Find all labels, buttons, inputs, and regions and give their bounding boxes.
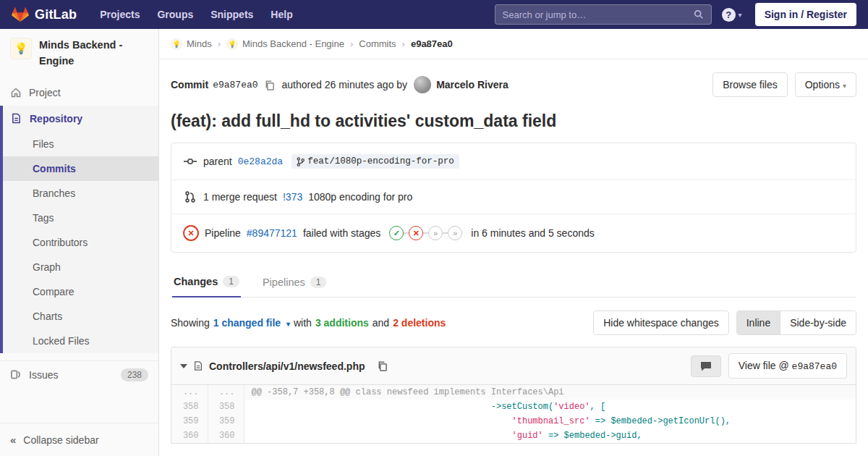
view-file-button[interactable]: View file @ e9a87ea0: [728, 353, 847, 379]
collapse-icon: «: [10, 434, 16, 446]
collapse-file-icon[interactable]: [180, 364, 187, 368]
pipeline-stage-failed-icon[interactable]: ✕: [409, 226, 423, 240]
pipeline-stages: ✓✕»»: [389, 226, 462, 240]
new-line-number[interactable]: 360: [208, 428, 244, 443]
showing-label: Showing: [171, 317, 210, 329]
breadcrumb-label: Minds: [187, 38, 212, 49]
breadcrumb-item[interactable]: 💡Minds: [171, 38, 212, 50]
copy-icon[interactable]: [264, 80, 275, 90]
file-diff-box: Controllers/api/v1/newsfeed.php View fil…: [171, 347, 856, 444]
author-avatar[interactable]: [414, 76, 431, 93]
issues-icon: [10, 369, 22, 380]
breadcrumb-item[interactable]: e9a87ea0: [411, 38, 453, 49]
nav-item-groups[interactable]: Groups: [148, 9, 202, 20]
parent-sha-link[interactable]: 0e28a2da: [238, 156, 283, 167]
collapse-sidebar-button[interactable]: « Collapse sidebar: [0, 423, 158, 456]
pipeline-duration: in 6 minutes and 5 seconds: [471, 227, 594, 239]
search-icon: [694, 9, 704, 20]
merge-request-link[interactable]: !373: [283, 191, 302, 203]
new-line-number[interactable]: ...: [208, 385, 244, 400]
file-path[interactable]: Controllers/api/v1/newsfeed.php: [209, 360, 365, 372]
new-line-number[interactable]: 359: [208, 414, 244, 428]
sidebar-item-commits[interactable]: Commits: [3, 156, 158, 181]
pipeline-stage-success-icon[interactable]: ✓: [389, 226, 404, 240]
breadcrumb-item[interactable]: 💡Minds Backend - Engine: [226, 38, 344, 50]
sidebar-repository-section: Repository FilesCommitsBranchesTagsContr…: [0, 106, 158, 353]
caret-down-icon: ▾: [843, 82, 846, 90]
diff-summary-row: Showing 1 changed file ▾ with 3 addition…: [171, 311, 856, 335]
sidebar-item-label: Issues: [29, 369, 58, 381]
commit-info-box: parent 0e28a2da feat/1080p-encoding-for-…: [171, 143, 856, 253]
breadcrumb-avatar: 💡: [226, 38, 238, 50]
pipeline-link[interactable]: #89477121: [247, 227, 297, 239]
breadcrumb-item[interactable]: Commits: [359, 38, 396, 49]
sidebar-project-header[interactable]: 💡 Minds Backend - Engine: [0, 29, 158, 80]
author-name[interactable]: Marcelo Rivera: [436, 79, 509, 90]
sidebar-item-files[interactable]: Files: [3, 132, 158, 156]
sidebar-item-repository[interactable]: Repository: [3, 106, 158, 132]
diff-table-body: ......@@ -358,7 +358,8 @@ class newsfeed…: [171, 385, 856, 443]
code-cell: ->setCustom('video', [: [244, 400, 856, 414]
nav-item-projects[interactable]: Projects: [91, 9, 148, 20]
tab-pipelines[interactable]: Pipelines 1: [261, 269, 328, 297]
commit-title: (feat): add full_hd to activities' custo…: [171, 111, 856, 131]
side-by-side-view-button[interactable]: Side-by-side: [780, 311, 856, 334]
tabs: Changes 1 Pipelines 1: [171, 269, 856, 297]
document-icon: [11, 113, 22, 124]
commit-sha: e9a87ea0: [213, 80, 258, 90]
search-box[interactable]: [495, 4, 712, 25]
merge-request-icon: [183, 191, 197, 203]
copy-path-icon[interactable]: [377, 360, 388, 371]
sidebar-item-locked-files[interactable]: Locked Files: [3, 329, 158, 353]
sidebar-item-branches[interactable]: Branches: [3, 181, 158, 206]
gitlab-logo[interactable]: GitLab: [12, 6, 77, 23]
breadcrumb-label: Commits: [359, 38, 396, 49]
old-line-number[interactable]: 358: [171, 400, 208, 414]
deletions-count: 2 deletions: [393, 317, 446, 329]
additions-count: 3 additions: [315, 317, 369, 329]
sidebar-item-contributors[interactable]: Contributors: [3, 230, 158, 255]
caret-down-icon: ▾: [286, 320, 290, 328]
options-dropdown[interactable]: Options▾: [795, 72, 856, 97]
pipeline-stage-skipped-icon[interactable]: »: [448, 226, 462, 240]
code-cell: @@ -358,7 +358,8 @@ class newsfeed imple…: [244, 385, 856, 400]
sidebar-item-tags[interactable]: Tags: [3, 206, 158, 230]
stage-connector: [423, 232, 428, 234]
old-line-number[interactable]: ...: [171, 385, 208, 400]
sidebar-item-label: Project: [29, 87, 61, 98]
pipeline-failed-icon[interactable]: ✕: [183, 225, 199, 241]
pipeline-stage-skipped-icon[interactable]: »: [428, 226, 443, 240]
comment-button[interactable]: [691, 355, 721, 377]
hide-whitespace-button[interactable]: Hide whitespace changes: [593, 311, 729, 335]
sidebar-item-project[interactable]: Project: [0, 80, 158, 106]
stage-connector: [404, 232, 409, 234]
pipeline-row: ✕ Pipeline #89477121 failed with stages …: [171, 214, 856, 252]
old-line-number[interactable]: 359: [171, 414, 208, 428]
sidebar-item-issues[interactable]: Issues 238: [0, 360, 158, 389]
nav-item-help[interactable]: Help: [262, 9, 301, 20]
new-line-number[interactable]: 358: [208, 400, 244, 414]
authored-text: authored 26 minutes ago by: [282, 79, 408, 90]
parent-row: parent 0e28a2da feat/1080p-encoding-for-…: [171, 143, 856, 180]
sidebar-item-graph[interactable]: Graph: [3, 255, 158, 279]
diff-line: 360360 'guid' => $embeded->guid,: [171, 428, 856, 443]
help-icon: ?: [722, 8, 736, 22]
sign-in-button[interactable]: Sign in / Register: [755, 3, 856, 26]
diff-line: 359359 'thumbnail_src' => $embeded->getI…: [171, 414, 856, 428]
tab-changes[interactable]: Changes 1: [172, 269, 241, 297]
sidebar-item-compare[interactable]: Compare: [3, 279, 158, 304]
inline-view-button[interactable]: Inline: [737, 311, 780, 334]
old-line-number[interactable]: 360: [171, 428, 208, 443]
changed-files-dropdown[interactable]: 1 changed file ▾: [213, 317, 290, 329]
repo-submenu: FilesCommitsBranchesTagsContributorsGrap…: [3, 132, 158, 353]
branch-badge[interactable]: feat/1080p-encoding-for-pro: [292, 154, 459, 169]
commit-icon: [183, 156, 197, 166]
sidebar-item-charts[interactable]: Charts: [3, 304, 158, 329]
search-input[interactable]: [503, 9, 694, 20]
brand-name: GitLab: [35, 7, 77, 22]
pipelines-count-badge: 1: [310, 276, 327, 288]
browse-files-button[interactable]: Browse files: [712, 72, 787, 97]
code-cell: 'thumbnail_src' => $embeded->getIconUrl(…: [244, 414, 856, 428]
help-menu[interactable]: ? ▾: [722, 8, 742, 22]
nav-item-snippets[interactable]: Snippets: [202, 9, 262, 20]
